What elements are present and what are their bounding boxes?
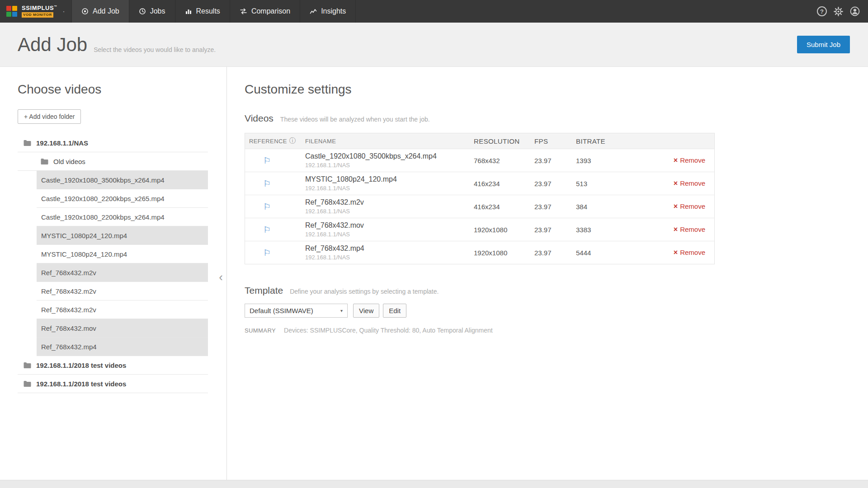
table-row: ⚐ Ref_768x432.m2v 192.168.1.1/NAS 416x23… (245, 195, 714, 218)
view-template-button[interactable]: View (353, 304, 379, 318)
video-path: 192.168.1.1/NAS (305, 231, 474, 238)
folder-label: 192.168.1.1/2018 test videos (36, 361, 126, 369)
sidebar-file[interactable]: MYSTIC_1080p24_120.mp4 (37, 226, 208, 245)
sidebar-folder-2018-test-videos-2[interactable]: 192.168.1.1/2018 test videos (18, 375, 208, 393)
sidebar-file[interactable]: Ref_768x432.mov (37, 319, 208, 338)
sidebar-file[interactable]: Ref_768x432.mp4 (37, 338, 208, 356)
sidebar-file[interactable]: Ref_768x432.m2v (37, 300, 208, 319)
video-bitrate: 5444 (576, 249, 648, 257)
file-label: Ref_768x432.m2v (41, 269, 96, 277)
video-path: 192.168.1.1/NAS (305, 162, 474, 169)
template-summary: SUMMARY Devices: SSIMPLUSCore, Quality T… (245, 327, 868, 334)
page-header: Add Job Select the videos you would like… (0, 23, 868, 67)
app-logo[interactable]: SSIMPLUS™ VOD MONITOR · (0, 0, 71, 23)
sidebar-folder-old-videos[interactable]: Old videos (18, 152, 208, 171)
tab-label: Add Job (93, 7, 119, 15)
video-fps: 23.97 (534, 249, 576, 257)
logo-text: SSIMPLUS™ VOD MONITOR (22, 5, 57, 18)
reference-flag-icon[interactable]: ⚐ (245, 225, 271, 235)
remove-x-icon: × (674, 156, 678, 164)
video-resolution: 768x432 (474, 157, 534, 164)
logo-square-blue (12, 12, 17, 17)
template-select[interactable]: Default (SSIMWAVE) ▾ (245, 304, 348, 318)
chevron-down-icon: ▾ (340, 308, 343, 313)
clock-icon (139, 8, 146, 15)
add-video-folder-button[interactable]: + Add video folder (18, 109, 81, 124)
videos-section-header: Videos These videos will be analyzed whe… (245, 113, 868, 124)
reference-flag-icon[interactable]: ⚐ (245, 202, 271, 212)
video-resolution: 868x488 (474, 249, 534, 257)
template-subheading: Define your analysis settings by selecti… (290, 288, 439, 295)
help-icon[interactable]: ? (817, 6, 827, 16)
video-fps: 23.97 (534, 157, 576, 164)
tab-jobs[interactable]: Jobs (129, 0, 175, 23)
tab-results[interactable]: Results (175, 0, 230, 23)
video-path: 192.168.1.1/NAS (305, 185, 474, 192)
video-path: 192.168.1.1/NAS (305, 208, 474, 215)
page-subtitle: Select the videos you would like to anal… (94, 46, 216, 53)
sidebar-file[interactable]: MYSTIC_1080p24_120.mp4 (37, 245, 208, 263)
user-icon[interactable] (850, 6, 860, 16)
table-row: ⚐ MYSTIC_1080p24_120.mp4 192.168.1.1/NAS… (245, 172, 714, 195)
edit-template-button[interactable]: Edit (383, 304, 406, 318)
video-filename: Ref_768x432.mp4 (305, 244, 474, 253)
remove-button[interactable]: ×Remove (674, 202, 705, 210)
info-icon[interactable]: ⓘ (289, 137, 296, 145)
gear-icon[interactable] (834, 7, 843, 16)
logo-title: SSIMPLUS™ (22, 5, 57, 11)
logo-badge: VOD MONITOR (22, 12, 53, 18)
collapse-panel-chevron-icon[interactable]: ‹ (219, 271, 223, 283)
remove-button[interactable]: ×Remove (674, 156, 705, 164)
choose-videos-title: Choose videos (0, 67, 226, 97)
logo-menu-dot-icon[interactable]: · (62, 7, 65, 16)
video-fps: 23.97 (534, 180, 576, 188)
folder-label: Old videos (53, 158, 85, 165)
remove-button[interactable]: ×Remove (674, 179, 705, 187)
tab-insights[interactable]: Insights (300, 0, 356, 23)
reference-flag-icon[interactable]: ⚐ (245, 248, 271, 258)
videos-table-header: REFERENCE ⓘ FILENAME RESOLUTION FPS BITR… (245, 133, 714, 149)
reference-flag-icon[interactable]: ⚐ (245, 178, 271, 189)
video-filename: Ref_768x432.m2v (305, 198, 474, 206)
template-controls: Default (SSIMWAVE) ▾ View Edit (245, 304, 868, 318)
video-folder-tree: 192.168.1.1/NAS Old videos Castle_1920x1… (18, 134, 208, 393)
tab-comparison[interactable]: Comparison (230, 0, 300, 23)
folder-icon (41, 158, 48, 164)
sidebar-folder-2018-test-videos[interactable]: 192.168.1.1/2018 test videos (18, 356, 208, 375)
video-resolution: 868x488 (474, 226, 534, 234)
file-label: Ref_768x432.mp4 (41, 343, 97, 351)
remove-button[interactable]: ×Remove (674, 225, 705, 233)
video-path: 192.168.1.1/NAS (305, 254, 474, 261)
column-filename: FILENAME (305, 138, 474, 145)
reference-flag-icon[interactable]: ⚐ (245, 155, 271, 166)
logo-square-yellow (12, 6, 17, 11)
customize-settings-title: Customize settings (245, 67, 868, 97)
folder-icon (24, 380, 31, 387)
tab-label: Comparison (251, 7, 290, 15)
file-label: Castle_1920x1080_2200kbps_x265.mp4 (41, 195, 165, 202)
compare-arrows-icon (240, 8, 247, 15)
template-section-header: Template Define your analysis settings b… (245, 285, 868, 296)
video-fps: 23.97 (534, 203, 576, 211)
video-bitrate: 3383 (576, 226, 648, 234)
logo-square-green (6, 12, 11, 17)
choose-videos-panel: Choose videos + Add video folder 192.168… (0, 67, 227, 480)
sidebar-file[interactable]: Castle_1920x1080_2200kbps_x265.mp4 (37, 189, 208, 208)
sidebar-file[interactable]: Castle_1920x1080_3500kbps_x264.mp4 (37, 171, 208, 189)
template-heading: Template (245, 285, 283, 296)
target-icon (81, 8, 89, 15)
video-bitrate: 1393 (576, 157, 648, 164)
sidebar-folder-nas[interactable]: 192.168.1.1/NAS (18, 134, 208, 152)
sidebar-file[interactable]: Ref_768x432.m2v (37, 282, 208, 300)
remove-x-icon: × (674, 249, 678, 256)
remove-label: Remove (680, 249, 705, 256)
footer-bar (0, 480, 868, 488)
sidebar-file[interactable]: Castle_1920x1080_2200kbps_x264.mp4 (37, 208, 208, 226)
table-row: ⚐ Ref_768x432.mp4 192.168.1.1/NAS 1920x1… (245, 241, 714, 264)
sidebar-file[interactable]: Ref_768x432.m2v (37, 263, 208, 282)
submit-job-button[interactable]: Submit Job (797, 36, 850, 53)
column-bitrate: BITRATE (576, 137, 648, 145)
folder-label: 192.168.1.1/NAS (36, 139, 88, 147)
remove-button[interactable]: ×Remove (674, 249, 705, 256)
tab-add-job[interactable]: Add Job (71, 0, 129, 23)
